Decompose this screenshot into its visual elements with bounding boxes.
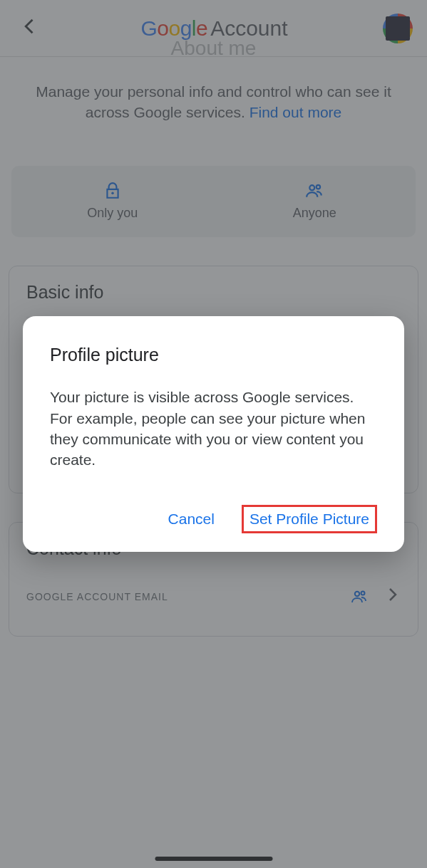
dialog-actions: Cancel Set Profile Picture bbox=[50, 505, 377, 533]
profile-picture-dialog: Profile picture Your picture is visible … bbox=[23, 316, 404, 552]
dialog-title: Profile picture bbox=[50, 345, 377, 365]
modal-overlay[interactable]: Profile picture Your picture is visible … bbox=[0, 0, 427, 868]
dialog-body: Your picture is visible across Google se… bbox=[50, 387, 377, 471]
cancel-button[interactable]: Cancel bbox=[161, 505, 222, 533]
set-profile-picture-button[interactable]: Set Profile Picture bbox=[242, 505, 377, 533]
